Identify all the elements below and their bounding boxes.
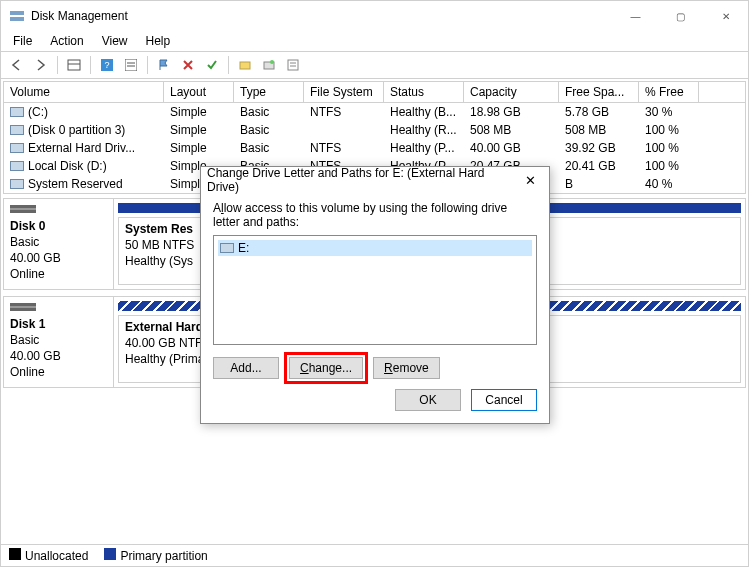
ok-button[interactable]: OK bbox=[395, 389, 461, 411]
table-view-icon[interactable] bbox=[64, 55, 84, 75]
col-volume[interactable]: Volume bbox=[4, 82, 164, 102]
menubar: File Action View Help bbox=[1, 31, 748, 51]
list-icon[interactable] bbox=[121, 55, 141, 75]
volume-icon bbox=[10, 161, 24, 171]
menu-help[interactable]: Help bbox=[138, 32, 179, 50]
volume-icon bbox=[10, 125, 24, 135]
legend: Unallocated Primary partition bbox=[1, 544, 748, 566]
svg-rect-9 bbox=[240, 62, 250, 69]
dialog-titlebar: Change Drive Letter and Paths for E: (Ex… bbox=[201, 167, 549, 193]
properties-icon[interactable] bbox=[283, 55, 303, 75]
menu-action[interactable]: Action bbox=[42, 32, 91, 50]
help-icon[interactable]: ? bbox=[97, 55, 117, 75]
volume-icon bbox=[10, 107, 24, 117]
col-freespace[interactable]: Free Spa... bbox=[559, 82, 639, 102]
delete-icon[interactable] bbox=[178, 55, 198, 75]
add-button[interactable]: Add... bbox=[213, 357, 279, 379]
remove-button[interactable]: Remove bbox=[373, 357, 440, 379]
col-status[interactable]: Status bbox=[384, 82, 464, 102]
svg-rect-1 bbox=[10, 17, 24, 21]
dialog-title-text: Change Drive Letter and Paths for E: (Ex… bbox=[207, 166, 517, 194]
paths-listbox[interactable]: E: bbox=[213, 235, 537, 345]
table-row[interactable]: (C:)SimpleBasicNTFSHealthy (B...18.98 GB… bbox=[4, 103, 745, 121]
disk-drive-icon bbox=[10, 303, 36, 311]
table-row[interactable]: External Hard Driv...SimpleBasicNTFSHeal… bbox=[4, 139, 745, 157]
path-letter: E: bbox=[238, 241, 249, 255]
minimize-button[interactable]: — bbox=[613, 1, 658, 31]
menu-file[interactable]: File bbox=[5, 32, 40, 50]
window-controls: — ▢ ✕ bbox=[613, 1, 748, 31]
col-capacity[interactable]: Capacity bbox=[464, 82, 559, 102]
disk-drive-icon bbox=[10, 205, 36, 213]
close-button[interactable]: ✕ bbox=[703, 1, 748, 31]
col-type[interactable]: Type bbox=[234, 82, 304, 102]
svg-rect-6 bbox=[125, 59, 137, 71]
legend-unallocated: Unallocated bbox=[9, 548, 88, 563]
app-icon bbox=[9, 8, 25, 24]
dialog-close-button[interactable]: ✕ bbox=[517, 173, 543, 188]
svg-text:?: ? bbox=[104, 60, 109, 70]
legend-primary: Primary partition bbox=[104, 548, 207, 563]
forward-icon[interactable] bbox=[31, 55, 51, 75]
dialog-body: Allow access to this volume by using the… bbox=[201, 193, 549, 349]
col-filesystem[interactable]: File System bbox=[304, 82, 384, 102]
table-row[interactable]: (Disk 0 partition 3)SimpleBasicHealthy (… bbox=[4, 121, 745, 139]
back-icon[interactable] bbox=[7, 55, 27, 75]
drive-icon bbox=[220, 243, 234, 253]
svg-rect-2 bbox=[68, 60, 80, 70]
volume-header: Volume Layout Type File System Status Ca… bbox=[4, 82, 745, 103]
svg-point-11 bbox=[270, 60, 274, 64]
toolbar: ? bbox=[1, 51, 748, 79]
disk-info: Disk 1Basic40.00 GBOnline bbox=[4, 297, 114, 387]
dialog-prompt: Allow access to this volume by using the… bbox=[213, 201, 537, 229]
svg-rect-12 bbox=[288, 60, 298, 70]
disk-info: Disk 0Basic40.00 GBOnline bbox=[4, 199, 114, 289]
dialog-button-row-2: OK Cancel bbox=[201, 383, 549, 423]
titlebar: Disk Management — ▢ ✕ bbox=[1, 1, 748, 31]
volume-icon bbox=[10, 179, 24, 189]
wizard-icon[interactable] bbox=[259, 55, 279, 75]
partition[interactable]: System Res50 MB NTFSHealthy (Sys bbox=[118, 217, 204, 285]
volume-icon bbox=[10, 143, 24, 153]
change-drive-letter-dialog: Change Drive Letter and Paths for E: (Ex… bbox=[200, 166, 550, 424]
new-partition-icon[interactable] bbox=[235, 55, 255, 75]
svg-rect-0 bbox=[10, 11, 24, 15]
col-layout[interactable]: Layout bbox=[164, 82, 234, 102]
flag-icon[interactable] bbox=[154, 55, 174, 75]
cancel-button[interactable]: Cancel bbox=[471, 389, 537, 411]
menu-view[interactable]: View bbox=[94, 32, 136, 50]
app-title: Disk Management bbox=[31, 9, 613, 23]
dialog-button-row-1: Add... Change... Remove bbox=[201, 349, 549, 383]
maximize-button[interactable]: ▢ bbox=[658, 1, 703, 31]
col-pctfree[interactable]: % Free bbox=[639, 82, 699, 102]
change-button[interactable]: Change... bbox=[289, 357, 363, 379]
path-item[interactable]: E: bbox=[218, 240, 532, 256]
check-icon[interactable] bbox=[202, 55, 222, 75]
